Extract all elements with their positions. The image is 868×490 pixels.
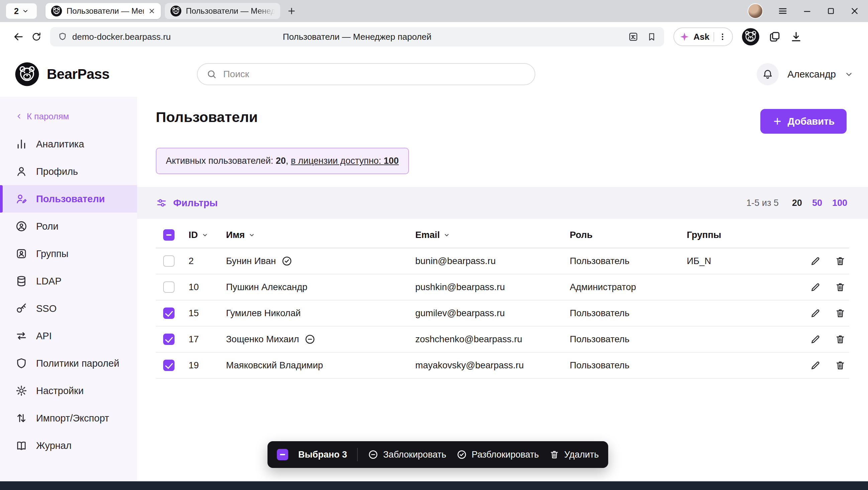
user-edit-icon [16,193,27,205]
bearpass-favicon [170,5,182,17]
sidebar-item-ldap[interactable]: LDAP [0,267,137,295]
row-checkbox[interactable] [163,255,175,267]
table-row[interactable]: 15 Гумилев Николай gumilev@bearpass.ru П… [156,300,849,327]
edit-row-button[interactable] [810,334,821,345]
row-checkbox[interactable] [163,360,175,371]
sidebar-item-sso[interactable]: SSO [0,295,137,322]
row-checkbox[interactable] [163,307,175,319]
block-users-button[interactable]: Заблокировать [368,449,446,460]
sidebar-item-import-export[interactable]: Импорт/Экспорт [0,404,137,432]
ask-ai-button[interactable]: Ask [673,27,733,46]
tab-group-chip[interactable]: 2 [6,3,37,19]
cell-email: gumilev@bearpass.ru [415,308,570,319]
column-header-name[interactable]: Имя [226,230,415,240]
window-minimize-button[interactable] [803,6,812,16]
groups-icon [16,248,27,260]
more-options-icon[interactable] [718,32,727,41]
edit-row-button[interactable] [810,282,821,293]
delete-row-button[interactable] [835,307,846,319]
bearpass-favicon [51,5,62,17]
selection-checkbox[interactable] [277,449,288,460]
reload-icon[interactable] [27,28,45,46]
user-menu[interactable]: Александр [787,69,836,80]
license-available-count: 100 [384,156,399,166]
unblock-users-button[interactable]: Разблокировать [456,449,539,460]
sidebar-item-api[interactable]: API [0,322,137,350]
table-row[interactable]: 2 Бунин Иван bunin@bearpass.ru Пользоват… [156,248,849,274]
table-row[interactable]: 10 Пушкин Александр pushkin@bearpass.ru … [156,274,849,300]
bear-logo-icon [15,62,39,87]
page-size-50[interactable]: 50 [812,198,822,208]
sidebar-item-groups[interactable]: Группы [0,240,137,267]
sidebar-item-analytics[interactable]: Аналитика [0,130,137,158]
license-link[interactable]: в лицензии доступно: 100 [291,156,399,166]
column-header-id[interactable]: ID [189,230,226,240]
tab-group-count: 2 [14,6,19,16]
omnibox[interactable]: demo-docker.bearpass.ru Пользователи — М… [50,27,664,46]
browser-menu-icon[interactable] [778,6,788,16]
pagination: 1-5 из 5 20 50 100 [746,198,847,208]
cell-name: Бунин Иван [226,256,276,266]
sidebar-item-roles[interactable]: Роли [0,213,137,240]
cell-email: pushkin@bearpass.ru [415,282,570,292]
table-row[interactable]: 17 Зощенко Михаил zoshchenko@bearpass.ru… [156,327,849,353]
delete-row-button[interactable] [835,255,846,267]
select-all-checkbox[interactable] [163,229,175,241]
active-users-count: 20 [276,156,286,166]
delete-row-button[interactable] [835,282,846,293]
tab-close-icon[interactable] [148,7,155,15]
delete-row-button[interactable] [835,360,846,371]
pencil-icon [810,255,821,267]
delete-users-button[interactable]: Удалить [549,449,599,460]
browser-profile-avatar[interactable] [748,3,763,19]
sidebar-item-users[interactable]: Пользователи [0,185,137,213]
column-header-groups: Группы [687,230,801,240]
page-size-100[interactable]: 100 [832,198,847,208]
book-icon [16,439,27,452]
tab-title: Пользователи — Менедж [186,6,275,16]
sidebar-item-settings[interactable]: Настройки [0,377,137,404]
browser-tab-active[interactable]: Пользователи — Мене [45,3,161,19]
downloads-icon[interactable] [790,30,803,43]
sidebar-item-journal[interactable]: Журнал [0,432,137,459]
translate-icon[interactable] [628,31,639,42]
tabs-panel-icon[interactable] [768,30,781,43]
new-tab-button[interactable] [284,4,299,19]
table-row[interactable]: 19 Маяковский Владимир mayakovsky@bearpa… [156,353,849,379]
chevron-down-icon[interactable] [845,70,853,78]
edit-row-button[interactable] [810,307,821,319]
notifications-button[interactable] [757,63,779,85]
table-header-row: ID Имя Email Роль Группы [156,222,849,248]
window-maximize-button[interactable] [827,7,835,15]
bearpass-extension-icon[interactable] [742,28,760,46]
edit-row-button[interactable] [810,360,821,371]
window-close-button[interactable] [850,6,859,16]
filter-sliders-icon [156,197,167,208]
search-bar[interactable] [197,63,535,85]
back-to-passwords-link[interactable]: К паролям [0,107,137,126]
column-header-email[interactable]: Email [415,230,570,240]
filters-button[interactable]: Фильтры [156,197,218,208]
add-user-button[interactable]: Добавить [760,109,846,134]
search-input[interactable] [223,69,526,79]
sidebar-item-profile[interactable]: Профиль [0,158,137,185]
import-export-icon [16,412,27,424]
key-icon [16,302,27,315]
edit-row-button[interactable] [810,255,821,267]
row-checkbox[interactable] [163,282,175,293]
page-size-20[interactable]: 20 [792,198,802,208]
browser-tab-inactive[interactable]: Пользователи — Менедж [165,3,280,19]
bookmark-icon[interactable] [647,32,657,42]
back-icon[interactable] [9,28,27,46]
delete-row-button[interactable] [835,334,846,345]
sort-chevron-icon [443,231,451,239]
url-text: demo-docker.bearpass.ru [72,32,171,42]
cell-email: bunin@bearpass.ru [415,256,570,266]
cell-id: 10 [189,282,226,292]
site-info-shield-icon[interactable] [58,32,67,42]
trash-icon [835,334,846,345]
cell-email: zoshchenko@bearpass.ru [415,334,570,345]
sidebar-item-password-policies[interactable]: Политики паролей [0,350,137,377]
row-checkbox[interactable] [163,334,175,345]
cell-role: Пользователь [570,360,687,371]
